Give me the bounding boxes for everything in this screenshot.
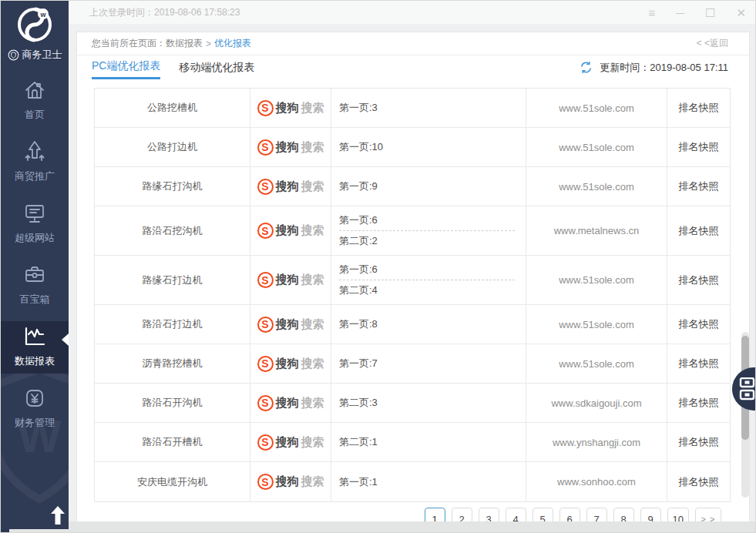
engine-name: 搜狗 bbox=[276, 357, 299, 371]
sogou-letter: S bbox=[261, 226, 268, 236]
page-button-5[interactable]: 5 bbox=[533, 508, 553, 521]
last-login-text: 上次登录时间：2019-08-06 17:58:23 bbox=[89, 6, 240, 19]
page-button-2[interactable]: 2 bbox=[452, 508, 472, 521]
engine-name-suffix: 搜索 bbox=[301, 396, 324, 411]
brand-row: 商务卫士 bbox=[1, 48, 69, 62]
snapshot-link[interactable]: 排名快照 bbox=[667, 89, 730, 127]
snapshot-link[interactable]: 排名快照 bbox=[667, 305, 730, 344]
sidebar-item-reports[interactable]: 数据报表 bbox=[1, 321, 69, 374]
back-link[interactable]: < <返回 bbox=[697, 37, 728, 50]
tab-pc-report[interactable]: PC端优化报表 bbox=[92, 55, 160, 79]
rank-value: 第一页:7 bbox=[339, 354, 526, 373]
rank-cell: 第一页:10 bbox=[331, 128, 526, 166]
sidebar-item-label: 超级网站 bbox=[15, 231, 55, 245]
next-page-button[interactable]: > > bbox=[695, 508, 721, 521]
snapshot-link[interactable]: 排名快照 bbox=[667, 256, 730, 304]
qr-code-icon bbox=[739, 377, 756, 401]
page-button-8[interactable]: 8 bbox=[613, 508, 634, 521]
rank-cell: 第一页:8 bbox=[331, 305, 526, 344]
engine-cell: S搜狗搜索 bbox=[250, 167, 331, 206]
keyword-cell: 路沿石挖沟机 bbox=[95, 206, 250, 255]
page-button-9[interactable]: 9 bbox=[640, 508, 661, 521]
engine-cell: S搜狗搜索 bbox=[250, 423, 331, 461]
menu-icon[interactable]: ≡ bbox=[649, 7, 656, 18]
snapshot-link[interactable]: 排名快照 bbox=[667, 128, 730, 166]
rank-cell: 第一页:9 bbox=[331, 167, 526, 206]
engine-name-suffix: 搜索 bbox=[301, 179, 324, 194]
site-cell: www.51sole.com bbox=[526, 256, 667, 304]
sidebar-item-finance[interactable]: 财务管理 bbox=[1, 383, 69, 435]
page-button-7[interactable]: 7 bbox=[586, 508, 607, 521]
rank-value: 第二页:2 bbox=[339, 232, 526, 250]
minimize-icon[interactable]: ─ bbox=[676, 7, 684, 18]
active-item-notch bbox=[62, 334, 69, 346]
window-controls: ≡ ─ ☐ ✕ bbox=[649, 7, 755, 18]
sogou-logo-icon: S bbox=[257, 434, 274, 451]
logo-icon: w bbox=[15, 5, 54, 44]
sogou-logo-icon: S bbox=[257, 139, 274, 156]
rank-value: 第一页:10 bbox=[339, 138, 526, 156]
sogou-logo-icon: S bbox=[257, 395, 274, 411]
engine-name: 搜狗 bbox=[276, 179, 299, 194]
snapshot-link[interactable]: 排名快照 bbox=[667, 206, 730, 255]
table-row: 路缘石打沟机S搜狗搜索第一页:9www.51sole.com排名快照 bbox=[95, 167, 730, 206]
engine-cell: S搜狗搜索 bbox=[250, 89, 331, 127]
page-button-10[interactable]: 10 bbox=[667, 508, 689, 521]
brand-name: 商务卫士 bbox=[22, 48, 62, 62]
sidebar-item-label: 财务管理 bbox=[15, 416, 55, 430]
tab-mobile-report[interactable]: 移动端优化报表 bbox=[179, 55, 254, 79]
sidebar-item-label: 数据报表 bbox=[15, 354, 55, 368]
maximize-icon[interactable]: ☐ bbox=[705, 7, 715, 18]
sogou-letter: S bbox=[261, 397, 268, 408]
close-icon[interactable]: ✕ bbox=[736, 7, 746, 18]
table-body: 公路挖槽机S搜狗搜索第一页:3www.51sole.com排名快照公路打边机S搜… bbox=[95, 89, 730, 501]
table-row: 路缘石打边机S搜狗搜索第一页:6第二页:4www.51sole.com排名快照 bbox=[95, 256, 730, 305]
engine-name: 搜狗 bbox=[276, 396, 299, 411]
refresh-icon[interactable] bbox=[580, 61, 593, 74]
keyword-cell: 公路挖槽机 bbox=[95, 89, 250, 127]
rank-divider bbox=[339, 230, 515, 231]
keyword-cell: 路缘石打沟机 bbox=[95, 167, 250, 206]
snapshot-link[interactable]: 排名快照 bbox=[667, 167, 730, 206]
engine-name: 搜狗 bbox=[276, 474, 299, 489]
engine-name: 搜狗 bbox=[276, 317, 299, 332]
snapshot-link[interactable]: 排名快照 bbox=[667, 462, 730, 501]
sidebar-item-promotion[interactable]: 商贸推广 bbox=[1, 136, 69, 189]
breadcrumb: 您当前所在页面：数据报表 > 优化报表 < <返回 bbox=[77, 32, 749, 55]
page-button-3[interactable]: 3 bbox=[479, 508, 499, 521]
engine-name-suffix: 搜索 bbox=[301, 474, 324, 489]
snapshot-link[interactable]: 排名快照 bbox=[667, 384, 730, 422]
sogou-letter: S bbox=[261, 477, 268, 488]
tabs: PC端优化报表 移动端优化报表 bbox=[77, 55, 254, 82]
rank-divider bbox=[339, 280, 515, 280]
sidebar-item-home[interactable]: 首页 bbox=[1, 75, 69, 127]
rank-value: 第一页:1 bbox=[339, 473, 526, 491]
rank-cell: 第二页:3 bbox=[331, 384, 526, 422]
engine-name: 搜狗 bbox=[276, 140, 299, 155]
bottom-strip bbox=[69, 521, 755, 532]
engine-cell: S搜狗搜索 bbox=[250, 305, 331, 344]
engine-cell: S搜狗搜索 bbox=[250, 384, 331, 422]
finance-icon bbox=[22, 386, 47, 411]
page-button-6[interactable]: 6 bbox=[559, 508, 580, 521]
breadcrumb-current-link[interactable]: 优化报表 bbox=[214, 37, 251, 50]
brand-shield-icon bbox=[8, 49, 19, 61]
page-button-4[interactable]: 4 bbox=[506, 508, 526, 521]
engine-name: 搜狗 bbox=[276, 273, 299, 287]
table-row: 公路打边机S搜狗搜索第一页:10www.51sole.com排名快照 bbox=[95, 128, 730, 167]
sidebar-item-toolbox[interactable]: 百宝箱 bbox=[1, 260, 69, 312]
page-button-1[interactable]: 1 bbox=[425, 508, 445, 521]
sogou-letter: S bbox=[261, 319, 268, 330]
sogou-logo-icon: S bbox=[257, 223, 274, 239]
keyword-cell: 路沿石开沟机 bbox=[95, 384, 250, 422]
svg-text:w: w bbox=[39, 11, 46, 18]
site-cell: www.51sole.com bbox=[526, 305, 667, 344]
sidebar-item-website[interactable]: 超级网站 bbox=[1, 198, 69, 250]
table-row: 公路挖槽机S搜狗搜索第一页:3www.51sole.com排名快照 bbox=[95, 89, 730, 128]
app-logo: w bbox=[1, 5, 69, 44]
report-icon bbox=[22, 324, 47, 349]
collapse-sidebar-button[interactable] bbox=[48, 503, 68, 528]
snapshot-link[interactable]: 排名快照 bbox=[667, 344, 730, 383]
snapshot-link[interactable]: 排名快照 bbox=[667, 423, 730, 461]
site-cell: www.51sole.com bbox=[526, 89, 667, 127]
